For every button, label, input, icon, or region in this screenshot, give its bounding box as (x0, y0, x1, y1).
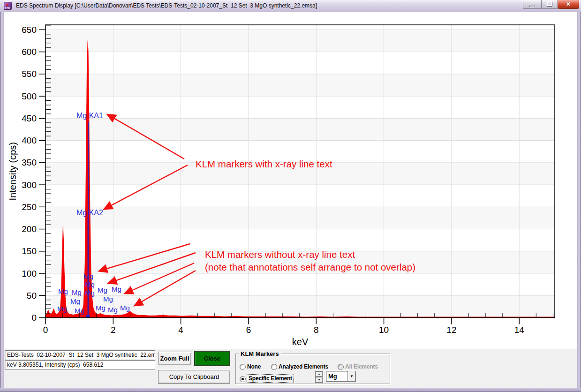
klm-element-label: Mg (70, 297, 80, 305)
spinner-down-button[interactable]: ▼ (315, 377, 323, 383)
x-axis-tick-label: 14 (514, 325, 525, 335)
klm-element-label: Mg (112, 285, 121, 293)
annotation-text: KLM markers with x-ray line text (196, 158, 332, 169)
radio-none[interactable] (240, 364, 246, 370)
close-window-button[interactable]: ✕ (558, 0, 579, 9)
element-combobox[interactable]: Mg ▼ (326, 371, 356, 382)
radio-analyzed-elements[interactable] (271, 364, 277, 370)
element-combobox-value: Mg (326, 373, 347, 380)
copy-to-clipboard-button[interactable]: Copy To Clipboard (158, 370, 230, 384)
element-spinner: ▲ ▼ (315, 371, 323, 383)
klm-element-label: Mg (120, 304, 130, 312)
plot-band (45, 207, 555, 229)
klm-element-label: Mg (72, 288, 82, 296)
y-axis-tick-label: 600 (22, 47, 37, 57)
window-border-bottom (0, 388, 581, 392)
cursor-readout-field[interactable]: keV 3.805351, Intensity (cps) 658.612 (5, 360, 155, 370)
radio-specific-element[interactable] (240, 376, 246, 382)
x-axis-tick-label: 10 (379, 325, 389, 335)
spectrum-chart[interactable]: 0501001502002503003504004505005506006500… (4, 12, 577, 349)
klm-element-label: Mg (58, 287, 68, 295)
klm-element-label: Mg (75, 307, 84, 315)
x-axis-tick-label: 2 (111, 325, 116, 335)
radio-none-label[interactable]: None (247, 363, 261, 370)
chart-area[interactable]: 0501001502002503003504004505005506006500… (4, 12, 577, 349)
file-name-field[interactable]: EDS-Tests_02-10-2007_St 12 Set 3 MgO syn… (5, 350, 155, 360)
x-axis-tick-label: 6 (246, 325, 251, 335)
radio-analyzed-elements-label[interactable]: Analyzed Elements (279, 363, 328, 370)
window-title: EDS Spectrum Display [C:\UserData\Donova… (16, 2, 317, 9)
klm-element-label: Mg (83, 272, 93, 280)
klm-baseline-stub (86, 315, 90, 318)
klm-element-label: Mg (96, 304, 106, 312)
klm-line-label: Mg KA2 (76, 209, 103, 217)
klm-element-label: Mg (103, 295, 113, 303)
plot-band (45, 30, 555, 52)
y-axis-tick-label: 300 (22, 180, 37, 190)
minimize-button[interactable] (523, 0, 542, 9)
plot-band (45, 74, 555, 96)
spinner-up-button[interactable]: ▲ (315, 371, 323, 377)
window-border-left (0, 12, 4, 392)
klm-element-label: Mg (108, 306, 118, 314)
y-axis-tick-label: 100 (22, 269, 37, 279)
klm-line-label: Mg KA1 (76, 112, 103, 120)
plot-band (45, 118, 555, 140)
klm-element-label: Mg (85, 280, 95, 288)
window-border-right (577, 12, 581, 392)
radio-specific-element-label[interactable]: Specific Element (247, 374, 294, 383)
y-axis-tick-label: 450 (22, 113, 37, 123)
annotation-text: KLM markers without x-ray line text (205, 249, 355, 260)
x-axis-tick-label: 0 (43, 325, 48, 335)
klm-markers-group-title: KLM Markers (239, 350, 281, 357)
app-icon (4, 2, 12, 10)
klm-element-label: Mg (57, 305, 67, 313)
x-axis-title: keV (292, 337, 309, 347)
zoom-full-button[interactable]: Zoom Full (158, 352, 191, 365)
x-axis-tick-label: 8 (314, 325, 319, 335)
klm-element-label: Mg (85, 289, 95, 297)
close-icon: ✕ (566, 1, 571, 8)
radio-all-elements-label: All Elements (345, 363, 378, 370)
control-panel: EDS-Tests_02-10-2007_St 12 Set 3 MgO syn… (4, 349, 577, 388)
y-axis-tick-label: 650 (22, 25, 37, 35)
y-axis-title: Intensity (cps) (8, 142, 18, 200)
klm-markers-group: KLM Markers None Analyzed Elements All E… (235, 354, 390, 384)
maximize-icon (547, 2, 552, 6)
maximize-button[interactable] (541, 0, 558, 9)
x-axis-tick-label: 4 (178, 325, 183, 335)
x-axis-tick-label: 12 (446, 325, 456, 335)
combobox-dropdown-button[interactable]: ▼ (347, 371, 355, 381)
chevron-down-icon: ▼ (350, 374, 354, 378)
y-axis-tick-label: 400 (22, 136, 37, 145)
app-window: EDS Spectrum Display [C:\UserData\Donova… (0, 0, 581, 392)
close-button[interactable]: Close (194, 351, 230, 366)
y-axis-tick-label: 250 (22, 202, 37, 212)
window-controls: ✕ (523, 0, 579, 9)
minimize-icon (529, 6, 535, 7)
y-axis-tick-label: 550 (22, 69, 37, 79)
y-axis-tick-label: 500 (22, 91, 37, 101)
annotation-text: (note that annotations self arrange to n… (205, 262, 415, 272)
y-axis-tick-label: 50 (27, 291, 37, 301)
y-axis-tick-label: 200 (22, 224, 37, 234)
y-axis-tick-label: 0 (31, 313, 37, 323)
y-axis-tick-label: 350 (22, 158, 37, 167)
title-bar[interactable]: EDS Spectrum Display [C:\UserData\Donova… (0, 0, 581, 12)
klm-element-label: Mg (98, 286, 107, 294)
y-axis-tick-label: 150 (22, 246, 37, 256)
radio-all-elements (338, 364, 344, 370)
